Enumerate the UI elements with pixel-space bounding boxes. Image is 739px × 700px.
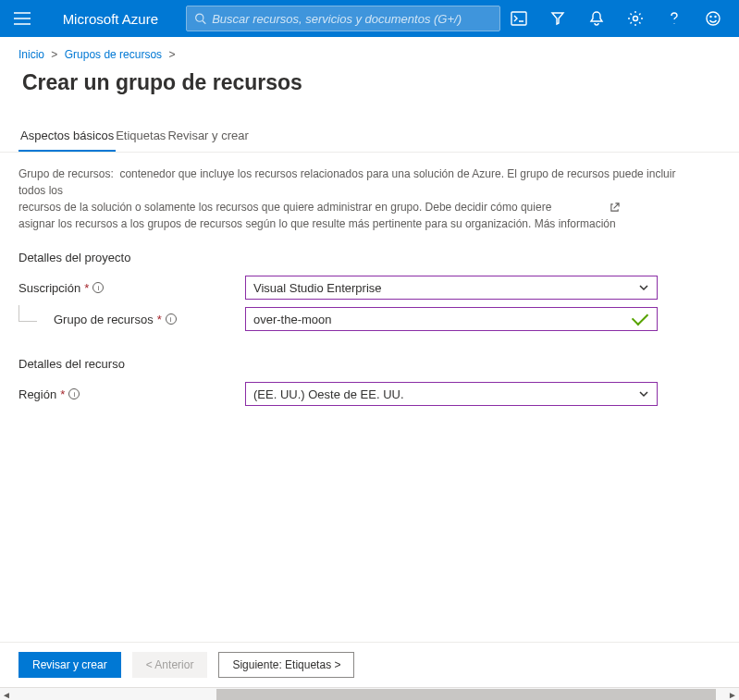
search-icon xyxy=(194,12,206,25)
hamburger-menu-icon[interactable] xyxy=(7,4,37,33)
chevron-down-icon xyxy=(638,282,649,293)
svg-rect-1 xyxy=(511,12,526,25)
label-resource-group-text: Grupo de recursos xyxy=(54,313,154,326)
breadcrumb-home[interactable]: Inicio xyxy=(18,48,44,61)
desc-line: contenedor que incluye los recursos rela… xyxy=(18,167,675,197)
feedback-smiley-icon[interactable] xyxy=(695,0,732,37)
label-subscription-text: Suscripción xyxy=(18,281,80,295)
desc-line: asignar los recursos a los grupos de rec… xyxy=(18,217,616,230)
select-region[interactable]: (EE. UU.) Oeste de EE. UU. xyxy=(245,382,658,406)
description-text: Grupo de recursos: contenedor que incluy… xyxy=(0,153,703,239)
info-icon[interactable]: i xyxy=(166,313,177,325)
svg-point-0 xyxy=(196,14,203,21)
notifications-icon[interactable] xyxy=(578,0,615,37)
breadcrumb-groups[interactable]: Grupos de recursos xyxy=(65,48,162,61)
page-title: Crear un grupo de recursos xyxy=(0,65,739,104)
breadcrumb-sep: > xyxy=(168,48,175,61)
select-subscription[interactable]: Visual Studio Enterprise xyxy=(245,276,658,300)
brand-title: Microsoft Azure xyxy=(63,11,158,27)
external-link-icon[interactable] xyxy=(610,201,620,217)
tree-indent-line xyxy=(18,305,37,322)
label-resource-group: Grupo de recursos* i xyxy=(18,313,245,326)
tabs: Aspectos básicos Etiquetas Revisar y cre… xyxy=(0,104,739,153)
section-resource-details: Detalles del recurso xyxy=(0,335,739,378)
svg-point-5 xyxy=(715,17,716,18)
settings-gear-icon[interactable] xyxy=(617,0,654,37)
search-input[interactable] xyxy=(212,12,492,26)
tab-tags[interactable]: Etiquetas xyxy=(114,123,167,152)
row-region: Región * i (EE. UU.) Oeste de EE. UU. xyxy=(0,378,739,410)
info-icon[interactable]: i xyxy=(92,282,104,293)
top-icon-bar xyxy=(500,0,732,37)
cloud-shell-icon[interactable] xyxy=(500,0,537,37)
desc-line: recursos de la solución o solamente los … xyxy=(18,201,551,214)
breadcrumb: Inicio > Grupos de recursos > xyxy=(0,37,739,65)
select-region-value: (EE. UU.) Oeste de EE. UU. xyxy=(253,387,404,401)
help-icon[interactable] xyxy=(656,0,693,37)
top-header: Microsoft Azure xyxy=(0,0,739,37)
svg-point-4 xyxy=(710,17,711,18)
breadcrumb-sep: > xyxy=(51,48,57,61)
input-resource-group-value: over-the-moon xyxy=(253,313,332,326)
svg-point-2 xyxy=(634,17,638,21)
row-resource-group: Grupo de recursos* i over-the-moon xyxy=(0,303,739,335)
directory-filter-icon[interactable] xyxy=(539,0,576,37)
section-project-details: Detalles del proyecto xyxy=(0,239,739,272)
label-subscription: Suscripción * i xyxy=(18,281,245,295)
desc-lead: Grupo de recursos: xyxy=(18,167,114,180)
required-star: * xyxy=(157,313,162,326)
select-subscription-value: Visual Studio Enterprise xyxy=(253,281,382,295)
info-icon[interactable]: i xyxy=(68,388,80,399)
required-star: * xyxy=(84,281,89,295)
tab-review[interactable]: Revisar y crear xyxy=(166,123,250,152)
chevron-down-icon xyxy=(638,388,649,399)
label-region: Región * i xyxy=(18,387,245,401)
required-star: * xyxy=(60,387,65,401)
search-box[interactable] xyxy=(186,6,500,31)
tab-basics[interactable]: Aspectos básicos xyxy=(18,123,116,152)
input-resource-group[interactable]: over-the-moon xyxy=(245,307,658,331)
label-region-text: Región xyxy=(18,387,56,401)
svg-point-3 xyxy=(707,12,720,25)
row-subscription: Suscripción * i Visual Studio Enterprise xyxy=(0,272,739,303)
